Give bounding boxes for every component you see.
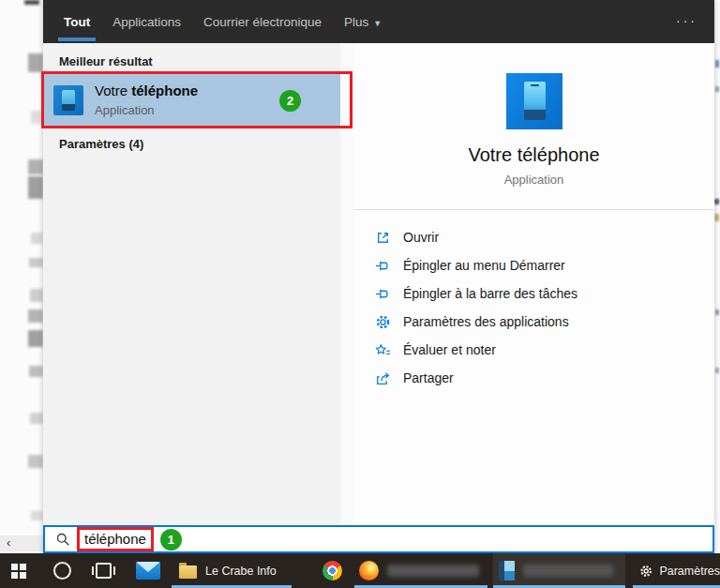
share-icon	[375, 370, 391, 386]
start-button[interactable]	[11, 553, 26, 588]
blurred-window-title	[523, 565, 613, 577]
action-ouvrir[interactable]: Ouvrir	[353, 223, 714, 251]
task-view-icon	[96, 563, 112, 579]
cortana-circle-icon	[53, 562, 71, 580]
page-text-fragment	[31, 233, 43, 244]
taskbar: Le Crabe Info Paramètres	[0, 553, 720, 588]
tab-courrier-electronique[interactable]: Courrier électronique	[203, 15, 322, 29]
search-query-text: téléphone	[84, 531, 146, 547]
action-label: Ouvrir	[403, 230, 439, 245]
open-icon	[375, 230, 391, 246]
search-header: Tout Applications Courrier électronique …	[43, 0, 714, 43]
gear-icon	[639, 563, 652, 580]
detail-title: Votre téléphone	[468, 144, 599, 166]
your-phone-hero-icon	[506, 73, 562, 129]
action-evaluer-noter[interactable]: Évaluer et noter	[353, 336, 714, 364]
folder-taskbar-button[interactable]: Le Crabe Info	[172, 553, 292, 588]
firefox-taskbar-button[interactable]	[354, 553, 488, 588]
page-text-fragment	[715, 368, 719, 373]
windows-logo-icon	[11, 564, 26, 579]
mail-button[interactable]	[136, 553, 160, 588]
chrome-button[interactable]	[322, 553, 342, 588]
action-epingler-barre-taches[interactable]: Épingler à la barre des tâches	[353, 279, 714, 308]
page-text-fragment	[28, 53, 43, 72]
folder-icon	[179, 565, 197, 579]
action-parametres-applications[interactable]: Paramètres des applications	[353, 308, 714, 336]
action-label: Épingler à la barre des tâches	[403, 286, 578, 301]
page-text-fragment	[714, 214, 719, 221]
annotation-red-box-result	[41, 71, 352, 128]
windows-search-flyout: Tout Applications Courrier électronique …	[43, 0, 714, 553]
settings-label: Paramètres	[659, 565, 720, 578]
your-phone-icon	[499, 561, 515, 580]
task-view-button[interactable]	[96, 553, 112, 588]
tab-plus[interactable]: Plus▼	[344, 15, 382, 29]
action-label: Épingler au menu Démarrer	[403, 258, 565, 273]
blurred-window-title	[387, 565, 479, 577]
tab-plus-label: Plus	[344, 15, 368, 29]
page-text-fragment	[28, 159, 43, 174]
search-input[interactable]: téléphone	[77, 527, 154, 551]
page-text-fragment	[715, 309, 719, 315]
action-label: Partager	[403, 370, 454, 385]
gear-icon	[375, 314, 391, 330]
detail-subtitle: Application	[504, 173, 564, 187]
folder-label: Le Crabe Info	[205, 565, 277, 578]
page-text-fragment	[28, 309, 43, 323]
page-horizontal-scrollbar[interactable]: ‹	[0, 535, 43, 551]
page-text-fragment	[28, 176, 43, 199]
mail-icon	[136, 562, 160, 580]
page-text-fragment	[24, 0, 39, 5]
pin-icon	[375, 258, 391, 274]
action-list: Ouvrir Épingler au menu Démarrer Épingle…	[353, 223, 714, 392]
page-text-fragment	[28, 455, 43, 468]
chrome-icon	[322, 561, 342, 580]
page-text-fragment	[714, 199, 719, 204]
page-text-fragment	[30, 413, 43, 424]
best-result-section-title: Meilleur résultat	[59, 54, 153, 68]
action-partager[interactable]: Partager	[353, 364, 714, 392]
cortana-button[interactable]	[53, 553, 71, 588]
divider	[353, 209, 714, 210]
page-text-fragment	[29, 258, 43, 267]
page-text-fragment	[31, 511, 43, 520]
your-phone-taskbar-button[interactable]	[493, 553, 625, 588]
search-icon	[55, 532, 70, 547]
detail-panel: Votre téléphone Application Ouvrir Éping…	[353, 43, 714, 525]
annotation-step-badge-1: 1	[160, 529, 182, 550]
settings-section-title: Paramètres (4)	[59, 137, 143, 151]
page-text-fragment	[715, 86, 719, 92]
chevron-down-icon: ▼	[373, 19, 382, 28]
page-text-fragment	[30, 289, 43, 302]
firefox-icon	[359, 561, 379, 580]
page-text-fragment	[715, 60, 719, 68]
settings-taskbar-button[interactable]: Paramètres	[633, 553, 720, 588]
page-text-fragment	[28, 330, 43, 347]
action-label: Évaluer et noter	[403, 342, 496, 357]
more-options-icon[interactable]: ···	[676, 13, 698, 28]
action-epingler-menu-demarrer[interactable]: Épingler au menu Démarrer	[353, 251, 714, 279]
rate-icon	[375, 342, 391, 358]
scroll-left-arrow-icon[interactable]: ‹	[7, 535, 10, 550]
search-box[interactable]: téléphone 1	[43, 525, 714, 553]
pin-icon	[375, 286, 391, 302]
tab-tout[interactable]: Tout	[64, 15, 90, 29]
action-label: Paramètres des applications	[403, 314, 569, 329]
tab-applications[interactable]: Applications	[112, 15, 181, 29]
page-text-fragment	[29, 366, 43, 377]
